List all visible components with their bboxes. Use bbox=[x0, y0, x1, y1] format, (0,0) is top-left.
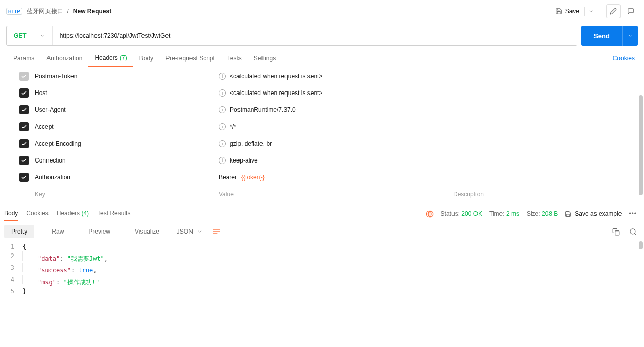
view-pretty[interactable]: Pretty bbox=[4, 225, 34, 238]
time-block: Time: 2 ms bbox=[489, 210, 519, 217]
search-icon[interactable] bbox=[629, 228, 637, 236]
tab-tests[interactable]: Tests bbox=[221, 50, 248, 67]
header-value[interactable]: igzip, deflate, br bbox=[219, 140, 637, 147]
cookies-link[interactable]: Cookies bbox=[611, 50, 637, 67]
save-as-example-button[interactable]: Save as example bbox=[565, 210, 622, 217]
save-options-button[interactable] bbox=[584, 7, 598, 16]
send-options-button[interactable] bbox=[622, 26, 638, 46]
copy-icon[interactable] bbox=[612, 228, 620, 236]
format-label: JSON bbox=[177, 228, 193, 235]
comment-button[interactable] bbox=[624, 4, 638, 18]
header-key[interactable]: Authorization bbox=[35, 174, 219, 181]
svg-line-7 bbox=[634, 233, 636, 235]
header-value[interactable]: iPostmanRuntime/7.37.0 bbox=[219, 106, 637, 113]
checkbox[interactable] bbox=[19, 139, 29, 148]
send-button[interactable]: Send bbox=[581, 26, 622, 46]
line-number: 3 bbox=[4, 263, 22, 275]
resp-tab-headers[interactable]: Headers (4) bbox=[57, 206, 89, 221]
line-number: 4 bbox=[4, 275, 22, 287]
header-row: Hosti<calculated when request is sent> bbox=[19, 84, 637, 101]
checkbox[interactable] bbox=[19, 105, 29, 114]
tab-params[interactable]: Params bbox=[7, 50, 40, 67]
save-button[interactable]: Save bbox=[550, 6, 584, 17]
resp-tab-testresults[interactable]: Test Results bbox=[97, 206, 130, 221]
scrollbar[interactable] bbox=[639, 241, 643, 249]
method-label: GET bbox=[14, 32, 27, 39]
breadcrumb-collection[interactable]: 蓝牙网页接口 bbox=[27, 7, 63, 16]
header-desc-placeholder[interactable]: Description bbox=[453, 191, 637, 198]
info-icon: i bbox=[219, 89, 226, 97]
header-value[interactable]: i<calculated when request is sent> bbox=[219, 89, 637, 97]
info-icon: i bbox=[219, 106, 226, 113]
header-key-placeholder[interactable]: Key bbox=[35, 191, 219, 198]
view-preview[interactable]: Preview bbox=[81, 225, 117, 238]
view-raw[interactable]: Raw bbox=[44, 225, 71, 238]
body-toolbar: Pretty Raw Preview Visualize JSON bbox=[0, 221, 644, 242]
checkbox[interactable] bbox=[19, 173, 29, 182]
header-key[interactable]: Postman-Token bbox=[35, 73, 219, 80]
format-select[interactable]: JSON bbox=[177, 228, 202, 235]
headers-table: Postman-Tokeni<calculated when request i… bbox=[0, 67, 644, 202]
comment-icon bbox=[627, 8, 634, 15]
edit-button[interactable] bbox=[606, 4, 621, 18]
save-icon bbox=[555, 8, 562, 15]
header-key[interactable]: Accept-Encoding bbox=[35, 140, 219, 147]
resp-tab-headers-label: Headers bbox=[57, 210, 80, 217]
status-block: Status: 200 OK bbox=[441, 210, 482, 217]
tab-headers-count: (7) bbox=[120, 54, 127, 61]
header-value[interactable]: ikeep-alive bbox=[219, 157, 637, 164]
wrap-lines-icon[interactable] bbox=[212, 227, 221, 236]
checkbox[interactable] bbox=[19, 72, 29, 81]
header-value-placeholder[interactable]: Value bbox=[219, 191, 453, 198]
more-options-button[interactable]: ••• bbox=[629, 210, 637, 217]
svg-rect-5 bbox=[615, 230, 619, 235]
header-key[interactable]: User-Agent bbox=[35, 106, 219, 113]
header-key[interactable]: Host bbox=[35, 89, 219, 97]
method-select[interactable]: GET bbox=[7, 26, 53, 45]
header-key[interactable]: Connection bbox=[35, 157, 219, 164]
tab-headers-label: Headers bbox=[94, 54, 117, 61]
tab-settings[interactable]: Settings bbox=[248, 50, 282, 67]
info-icon: i bbox=[219, 123, 226, 130]
header-row-new[interactable]: KeyValueDescription bbox=[19, 186, 637, 202]
breadcrumb: HTTP 蓝牙网页接口 / New Request Save bbox=[0, 0, 644, 22]
breadcrumb-current: New Request bbox=[73, 8, 111, 15]
checkbox[interactable] bbox=[19, 122, 29, 131]
checkbox[interactable] bbox=[19, 88, 29, 98]
chevron-down-icon bbox=[589, 9, 594, 14]
header-key[interactable]: Accept bbox=[35, 123, 219, 130]
tab-authorization[interactable]: Authorization bbox=[40, 50, 88, 67]
url-input[interactable] bbox=[53, 26, 577, 45]
header-row: User-AgentiPostmanRuntime/7.37.0 bbox=[19, 101, 637, 118]
http-badge-icon: HTTP bbox=[6, 8, 22, 15]
tab-prerequest[interactable]: Pre-request Script bbox=[159, 50, 221, 67]
response-body[interactable]: 1{ 2 "data": "我需要Jwt", 3 "success": true… bbox=[0, 242, 644, 296]
view-visualize[interactable]: Visualize bbox=[128, 225, 166, 238]
line-number: 1 bbox=[4, 242, 22, 251]
response-status: Status: 200 OK Time: 2 ms Size: 208 B Sa… bbox=[426, 210, 637, 218]
resp-tab-headers-count: (4) bbox=[81, 210, 89, 217]
info-icon: i bbox=[219, 157, 226, 164]
chevron-down-icon bbox=[628, 33, 633, 38]
resp-tab-cookies[interactable]: Cookies bbox=[26, 206, 48, 221]
pencil-icon bbox=[610, 8, 617, 15]
save-label: Save bbox=[565, 8, 579, 15]
header-row: Accepti*/* bbox=[19, 118, 637, 135]
tab-headers[interactable]: Headers (7) bbox=[88, 49, 133, 67]
header-row: Connectionikeep-alive bbox=[19, 152, 637, 169]
body-toolbar-right bbox=[612, 228, 637, 236]
network-icon bbox=[426, 210, 434, 218]
line-number: 2 bbox=[4, 251, 22, 263]
save-icon bbox=[565, 211, 571, 217]
header-value[interactable]: i*/* bbox=[219, 123, 637, 130]
header-value[interactable]: i<calculated when request is sent> bbox=[219, 73, 637, 80]
checkbox[interactable] bbox=[19, 156, 29, 165]
save-example-label: Save as example bbox=[575, 210, 622, 217]
chevron-down-icon bbox=[40, 33, 45, 38]
scrollbar[interactable] bbox=[639, 95, 643, 195]
top-actions: Save bbox=[550, 4, 638, 18]
tab-body[interactable]: Body bbox=[133, 50, 159, 67]
header-value[interactable]: Bearer {{token}} bbox=[219, 174, 637, 181]
size-block: Size: 208 B bbox=[527, 210, 558, 217]
resp-tab-body[interactable]: Body bbox=[4, 206, 18, 221]
